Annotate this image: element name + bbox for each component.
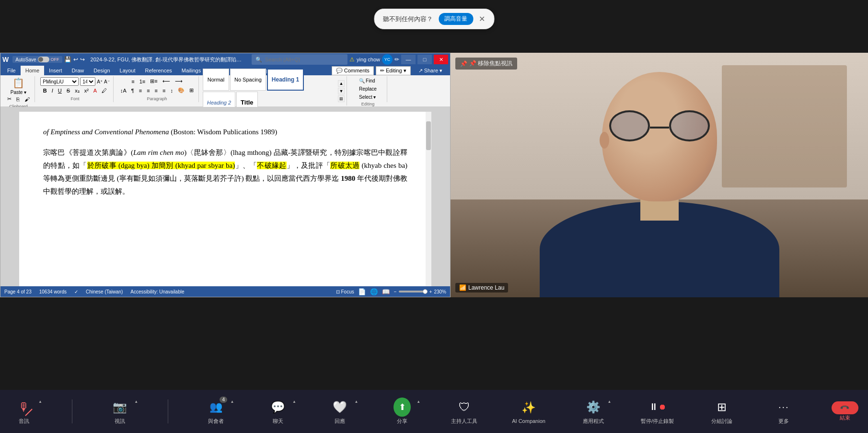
decrease-font-button[interactable]: A⁻ xyxy=(104,79,110,84)
paste-btn[interactable]: 📋 Paste ▾ xyxy=(11,77,26,95)
taskbar-host[interactable]: 🛡 主持人工具 xyxy=(450,398,479,425)
quick-save-icon[interactable]: 💾 xyxy=(64,56,71,63)
accessibility-indicator[interactable]: Accessibility: Unavailable xyxy=(130,289,184,294)
camera-chevron-icon[interactable]: ▲ xyxy=(134,399,138,404)
taskbar-apps[interactable]: ⚙️ 應用程式 ▲ xyxy=(579,398,608,425)
word-page[interactable]: of Emptiness and Conventional Phenomena … xyxy=(19,112,431,286)
comments-button[interactable]: 💬 Comments xyxy=(332,66,374,75)
breakout-icon: ⊞ xyxy=(717,400,727,414)
shading-button[interactable]: 🎨 xyxy=(176,86,186,94)
tab-file[interactable]: File xyxy=(2,66,21,75)
copy-button[interactable]: ⎘ xyxy=(14,95,22,103)
styles-scroll-up-button[interactable]: ▲ xyxy=(338,80,345,87)
apps-chevron-icon[interactable]: ▲ xyxy=(608,399,612,404)
chat-chevron-icon[interactable]: ▲ xyxy=(292,399,296,404)
find-button[interactable]: 🔍 Find xyxy=(357,77,379,84)
quick-redo-icon[interactable]: ↪ xyxy=(80,56,85,63)
page-indicator[interactable]: Page 4 of 23 xyxy=(4,289,32,294)
sort-button[interactable]: ↕A xyxy=(118,87,128,94)
taskbar-end-call[interactable]: 📞 結束 xyxy=(832,401,858,421)
share-button[interactable]: ↗ Share ▾ xyxy=(413,67,448,75)
taskbar-more[interactable]: ··· 更多 xyxy=(769,398,798,425)
justify-button[interactable]: ≡ xyxy=(161,87,167,94)
taskbar-breakout[interactable]: ⊞ 分組討論 xyxy=(707,398,736,425)
numbered-list-button[interactable]: 1≡ xyxy=(138,78,148,85)
zoom-in-icon[interactable]: + xyxy=(429,289,432,294)
tab-design[interactable]: Design xyxy=(89,66,115,75)
bold-button[interactable]: B xyxy=(41,87,49,94)
highlight-button[interactable]: 🖊 xyxy=(100,87,109,94)
increase-font-button[interactable]: A⁺ xyxy=(97,79,103,84)
tab-references[interactable]: References xyxy=(140,66,177,75)
style-heading1-button[interactable]: Heading 1 xyxy=(267,69,304,91)
taskbar-camera[interactable]: 📷 視訊 ▲ xyxy=(105,398,134,425)
superscript-button[interactable]: x² xyxy=(82,87,91,94)
word-count-indicator[interactable]: 10634 words xyxy=(39,289,67,294)
select-button[interactable]: Select ▾ xyxy=(357,94,379,101)
styles-scroll-down-button[interactable]: ▼ xyxy=(338,88,345,94)
reactions-chevron-icon[interactable]: ▲ xyxy=(355,399,359,404)
taskbar-participants[interactable]: 👥 4 與會者 ▲ xyxy=(201,398,230,425)
style-normal-button[interactable]: Normal xyxy=(203,69,229,91)
share-chevron-icon[interactable]: ▲ xyxy=(417,399,420,404)
notification-close-button[interactable]: ✕ xyxy=(479,14,485,23)
font-color-button[interactable]: A xyxy=(92,87,99,94)
close-button[interactable]: ✕ xyxy=(434,55,448,64)
editing-button[interactable]: ✏ Editing ▾ xyxy=(376,66,411,75)
align-center-button[interactable]: ≡ xyxy=(145,87,151,94)
quick-undo-icon[interactable]: ↩ xyxy=(73,56,78,63)
taskbar-chat[interactable]: 💬 聊天 ▲ xyxy=(264,398,292,425)
zoom-out-icon[interactable]: − xyxy=(394,289,397,294)
font-size-select[interactable]: 14 xyxy=(80,77,95,86)
read-mode-button[interactable]: 📖 xyxy=(382,288,390,295)
end-call-button[interactable]: 📞 xyxy=(832,401,858,414)
scroll-thumb[interactable] xyxy=(426,121,431,150)
participants-chevron-icon[interactable]: ▲ xyxy=(230,399,234,404)
tab-draw[interactable]: Draw xyxy=(67,66,89,75)
style-no-spacing-button[interactable]: No Spacing xyxy=(230,69,266,91)
edit-icon[interactable]: ✏ xyxy=(394,56,399,63)
focus-mode-button[interactable]: ⊡ Focus xyxy=(336,289,354,294)
taskbar-record[interactable]: ⏸ ⏺ 暫停/停止錄製 xyxy=(641,398,674,425)
web-layout-button[interactable]: 🌐 xyxy=(370,288,378,295)
tab-insert[interactable]: Insert xyxy=(44,66,67,75)
format-painter-button[interactable]: 🖌 xyxy=(23,95,32,103)
line-spacing-button[interactable]: ↕ xyxy=(168,87,175,94)
zoom-slider[interactable]: − + 230% xyxy=(394,289,446,294)
align-left-button[interactable]: ≡ xyxy=(137,87,144,94)
taskbar-reactions[interactable]: 🤍 回應 ▲ xyxy=(325,398,354,425)
taskbar-mic[interactable]: 🎙 音訊 ▲ xyxy=(10,398,38,425)
tab-home[interactable]: Home xyxy=(21,66,44,75)
underline-button[interactable]: U xyxy=(56,87,64,94)
maximize-button[interactable]: □ xyxy=(417,55,432,64)
decrease-indent-button[interactable]: ⟵ xyxy=(161,77,172,85)
language-indicator[interactable]: Chinese (Taiwan) xyxy=(86,289,123,294)
cut-button[interactable]: ✂ xyxy=(5,95,13,103)
align-right-button[interactable]: ≡ xyxy=(153,87,160,94)
mic-chevron-icon[interactable]: ▲ xyxy=(38,399,42,404)
multilevel-list-button[interactable]: ⊞≡ xyxy=(148,77,159,85)
minimize-button[interactable]: — xyxy=(401,55,416,64)
remove-focus-button[interactable]: 📌 📌 移除焦點視訊 xyxy=(455,58,517,70)
print-layout-button[interactable]: 📄 xyxy=(358,288,366,295)
autosave-toggle[interactable]: AutoSave OFF xyxy=(12,56,62,63)
show-formatting-button[interactable]: ¶ xyxy=(129,87,136,94)
italic-button[interactable]: I xyxy=(50,87,55,94)
styles-expand-button[interactable]: ⊞ xyxy=(338,95,345,102)
boost-volume-button[interactable]: 調高音量 xyxy=(439,13,473,25)
borders-button[interactable]: ⊞ xyxy=(187,86,196,94)
strikethrough-button[interactable]: S xyxy=(65,87,72,94)
taskbar-ai[interactable]: ✨ AI Companion xyxy=(512,399,545,424)
increase-indent-button[interactable]: ⟶ xyxy=(173,77,185,85)
replace-button[interactable]: Replace xyxy=(357,85,379,93)
font-name-select[interactable]: PMingLiU xyxy=(40,77,79,86)
autosave-switch[interactable] xyxy=(38,57,49,62)
tab-mailings[interactable]: Mailings xyxy=(177,66,206,75)
taskbar-share[interactable]: ⬆ 分享 ▲ xyxy=(388,398,417,425)
vertical-scrollbar[interactable] xyxy=(426,112,431,286)
bullet-list-button[interactable]: ≡ xyxy=(129,78,136,85)
tab-layout[interactable]: Layout xyxy=(115,66,140,75)
user-avatar[interactable]: YC xyxy=(382,54,393,65)
ribbon-search-input[interactable] xyxy=(262,55,344,64)
subscript-button[interactable]: x₂ xyxy=(73,87,81,94)
